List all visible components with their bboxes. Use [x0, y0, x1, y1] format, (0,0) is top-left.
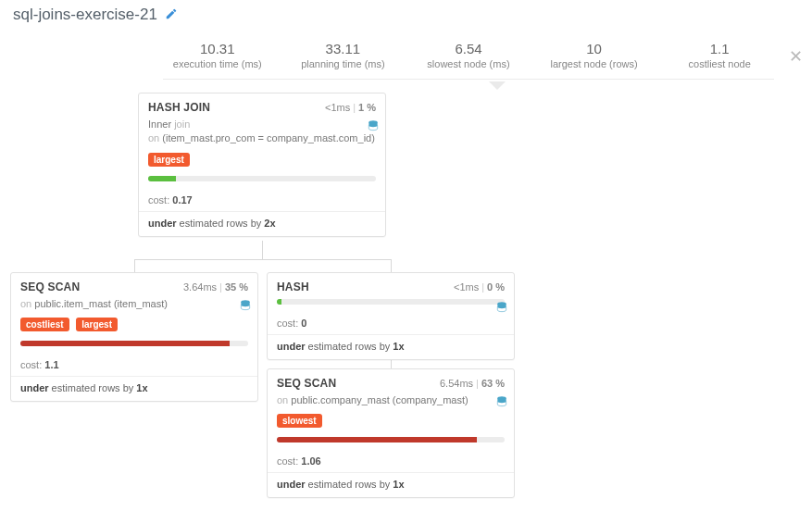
stat-label: planning time (ms) — [301, 58, 384, 69]
node-pct: 35 % — [225, 281, 248, 293]
estimate-row: under estimated rows by 1x — [268, 334, 514, 359]
node-tags: costliest largest — [20, 317, 248, 331]
node-header: SEQ SCAN 3.64ms|35 % — [11, 273, 257, 297]
connector — [262, 241, 263, 259]
stats-wrap: 10.31 execution time (ms) 33.11 planning… — [163, 41, 774, 80]
stat-label: costliest node — [689, 58, 751, 69]
estimate-row: under estimated rows by 1x — [11, 376, 257, 401]
node-pct: 1 % — [358, 102, 376, 113]
tag-largest: largest — [76, 318, 118, 331]
cost-bar — [277, 299, 505, 305]
tag-costliest: costliest — [20, 318, 69, 331]
node-timing: <1ms|1 % — [325, 102, 376, 113]
stat-value: 10 — [586, 41, 602, 56]
node-seq-scan-company-mast[interactable]: SEQ SCAN 6.54ms|63 % on public.company_m… — [267, 368, 515, 498]
node-time-value: 3.64ms — [183, 281, 217, 293]
connector — [134, 259, 392, 260]
cost-row: cost: 1.1 — [11, 354, 257, 376]
database-icon[interactable] — [495, 395, 508, 411]
tag-slowest: slowest — [277, 414, 322, 428]
cost-bar-fill — [20, 341, 230, 346]
page-title: sql-joins-exercise-21 — [13, 6, 157, 24]
stat-value: 33.11 — [326, 41, 361, 56]
edit-icon[interactable] — [165, 7, 178, 23]
connector — [134, 259, 135, 272]
node-detail: Inner join on (item_mast.pro_com = compa… — [148, 118, 376, 146]
node-tags: largest — [148, 152, 376, 167]
cost-bar — [277, 437, 505, 442]
node-body: on public.item_mast (item_mast) costlies… — [11, 297, 257, 354]
node-hash-join[interactable]: HASH JOIN <1ms|1 % Inner join on (item_m… — [138, 93, 386, 237]
node-body: on public.company_mast (company_mast) sl… — [268, 393, 514, 450]
cost-bar — [20, 341, 248, 346]
estimate-row: under estimated rows by 1x — [268, 472, 514, 497]
tag-largest: largest — [148, 153, 190, 167]
node-hash[interactable]: HASH <1ms|0 % cost: 0 under estimated ro… — [267, 272, 515, 360]
cost-row: cost: 1.06 — [268, 450, 514, 472]
database-icon[interactable] — [239, 299, 252, 315]
stat-slowest-node: 6.54 slowest node (ms) — [414, 41, 523, 69]
node-body — [268, 299, 514, 312]
node-seq-scan-item-mast[interactable]: SEQ SCAN 3.64ms|35 % on public.item_mast… — [10, 272, 258, 402]
node-detail: on public.item_mast (item_mast) — [20, 297, 248, 311]
plan-tree: HASH JOIN <1ms|1 % Inner join on (item_m… — [0, 83, 812, 509]
node-name: HASH — [277, 280, 309, 293]
stat-value: 1.1 — [710, 41, 730, 56]
stat-value: 6.54 — [455, 41, 481, 56]
stat-execution-time: 10.31 execution time (ms) — [163, 41, 272, 69]
cost-bar-fill — [277, 437, 477, 442]
node-body: Inner join on (item_mast.pro_com = compa… — [139, 118, 385, 189]
node-timing: 6.54ms|63 % — [440, 378, 505, 389]
cost-row: cost: 0.17 — [139, 189, 385, 211]
node-name: HASH JOIN — [148, 101, 210, 114]
stats-bar: 10.31 execution time (ms) 33.11 planning… — [0, 33, 812, 83]
stat-value: 10.31 — [200, 41, 235, 56]
node-name: SEQ SCAN — [277, 377, 336, 390]
cost-bar — [148, 176, 376, 181]
stat-label: execution time (ms) — [173, 58, 262, 69]
node-pct: 63 % — [481, 378, 505, 389]
database-icon[interactable] — [495, 301, 508, 317]
node-timing: 3.64ms|35 % — [183, 281, 248, 293]
node-time-value: <1ms — [454, 281, 479, 293]
close-icon[interactable]: ✕ — [780, 41, 812, 72]
stat-largest-node: 10 largest node (rows) — [540, 41, 649, 69]
node-header: SEQ SCAN 6.54ms|63 % — [268, 369, 514, 393]
cost-bar-fill — [277, 299, 281, 305]
node-time-value: <1ms — [325, 102, 350, 113]
header: sql-joins-exercise-21 — [0, 0, 812, 26]
database-icon[interactable] — [367, 119, 380, 135]
stat-planning-time: 33.11 planning time (ms) — [289, 41, 398, 69]
estimate-row: under estimated rows by 2x — [139, 211, 385, 236]
node-detail: on public.company_mast (company_mast) — [277, 393, 505, 407]
node-name: SEQ SCAN — [20, 280, 80, 293]
node-header: HASH <1ms|0 % — [268, 273, 514, 297]
cost-row: cost: 0 — [268, 312, 514, 334]
node-timing: <1ms|0 % — [454, 281, 505, 293]
node-header: HASH JOIN <1ms|1 % — [139, 93, 385, 118]
cost-bar-fill — [148, 176, 176, 181]
stat-costliest-node: 1.1 costliest node — [665, 41, 774, 69]
node-time-value: 6.54ms — [440, 378, 473, 389]
stat-label: slowest node (ms) — [427, 58, 509, 69]
stat-label: largest node (rows) — [551, 58, 638, 69]
node-tags: slowest — [277, 413, 505, 428]
node-pct: 0 % — [487, 281, 505, 293]
connector — [391, 259, 392, 272]
